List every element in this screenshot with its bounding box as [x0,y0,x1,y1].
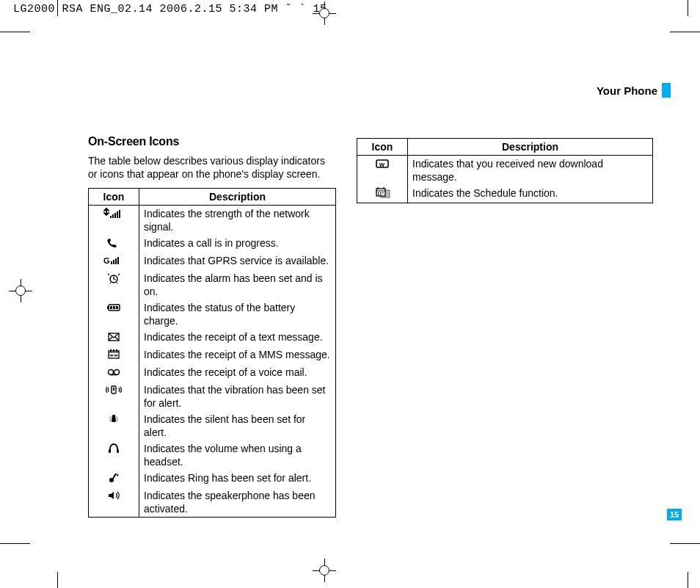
crop-mark [670,543,700,544]
svg-rect-18 [110,349,112,352]
svg-rect-32 [378,192,379,194]
svg-rect-25 [109,449,111,453]
th-description: Description [139,189,336,206]
table-row: Indicates the receipt of a MMS message. [89,346,336,364]
th-description: Description [408,139,653,156]
alarm-icon [102,272,125,284]
desc: Indicates the strength of the network si… [139,206,336,236]
text-message-icon [102,331,125,343]
registration-mark [9,279,32,302]
svg-rect-9 [117,257,119,264]
svg-rect-3 [117,211,118,218]
schedule-icon [371,187,394,199]
svg-rect-6 [111,261,112,264]
svg-rect-7 [113,260,114,264]
desc: Indicates the receipt of a MMS message. [139,346,336,364]
table-row: Indicates the volume when using a headse… [89,440,336,470]
intro-text: The table below describes various displa… [88,154,336,181]
desc: Indicates Ring has been set for alert. [139,470,336,487]
icons-table-left: Icon Description Indicates the strength … [88,188,336,518]
th-icon: Icon [89,189,139,206]
svg-text:w: w [379,161,385,168]
section-title: Your Phone [597,84,657,97]
svg-text:G: G [103,256,110,265]
table-row: G Indicates that GPRS service is availab… [89,253,336,270]
th-icon: Icon [357,139,408,156]
desc: Indicates the silent has been set for al… [139,411,336,440]
svg-rect-14 [113,306,115,309]
table-row: Indicates a call is in progress. [89,235,336,253]
svg-rect-8 [115,258,117,264]
crop-mark [57,0,58,16]
speakerphone-icon [102,490,125,501]
mms-message-icon [102,349,125,360]
headset-icon [102,443,125,454]
svg-rect-13 [110,306,112,309]
section-header: Your Phone [597,83,671,98]
table-row: Indicates the silent has been set for al… [89,411,336,440]
registration-mark [313,559,336,582]
table-row: Indicates the alarm has been set and is … [89,270,336,300]
section-marker [662,83,671,98]
table-row: Indicates the status of the battery char… [89,300,336,329]
svg-rect-1 [112,214,114,218]
table-row: Indicates that the vibration has been se… [89,382,336,411]
table-row: w Indicates that you received new downlo… [357,156,653,186]
svg-rect-2 [114,213,116,218]
svg-rect-4 [119,210,120,218]
svg-rect-34 [382,192,384,194]
ring-icon [102,472,125,484]
desc: Indicates the status of the battery char… [139,300,336,329]
table-row: Indicates Ring has been set for alert. [89,470,336,487]
svg-rect-24 [113,388,114,391]
download-message-icon: w [371,158,394,170]
desc: Indicates the volume when using a headse… [139,440,336,470]
gprs-icon: G [102,255,125,266]
print-header: LG2000 RSA ENG_02.14 2006.2.15 5:34 PM ˘… [13,3,327,15]
svg-rect-36 [380,195,382,196]
desc: Indicates a call is in progress. [139,235,336,253]
page-number: 15 [667,509,682,520]
desc: Indicates the speakerphone has been acti… [139,487,336,518]
desc: Indicates the alarm has been set and is … [139,270,336,300]
desc: Indicates the Schedule function. [408,185,653,203]
svg-rect-35 [378,195,379,196]
left-column: On-Screen Icons The table below describe… [88,135,336,518]
desc: Indicates that GPRS service is available… [139,253,336,270]
battery-icon [102,302,125,313]
svg-rect-12 [107,306,109,309]
crop-mark [0,543,30,544]
icons-table-right: Icon Description w Indicates that you re… [357,138,653,203]
table-row: Indicates the Schedule function. [357,185,653,203]
registration-mark [313,1,336,25]
desc: Indicates the receipt of a voice mail. [139,364,336,382]
call-in-progress-icon [102,237,125,249]
silent-icon [102,413,125,425]
svg-rect-26 [117,449,119,453]
crop-mark [688,0,688,16]
svg-rect-19 [113,349,114,352]
svg-point-22 [114,370,120,375]
svg-rect-33 [380,192,382,194]
voicemail-icon [102,366,125,378]
desc: Indicates the receipt of a text message. [139,329,336,346]
table-row: Indicates the receipt of a voice mail. [89,364,336,382]
svg-rect-15 [116,306,118,309]
table-row: Indicates the receipt of a text message. [89,329,336,346]
crop-mark [0,32,30,32]
crop-mark [688,572,688,588]
table-row: Indicates the speakerphone has been acti… [89,487,336,518]
table-row: Indicates the strength of the network si… [89,206,336,236]
heading-on-screen-icons: On-Screen Icons [88,135,336,148]
right-column: Icon Description w Indicates that you re… [357,138,653,203]
svg-rect-20 [116,349,117,352]
crop-mark [57,572,58,588]
svg-rect-0 [110,216,112,218]
desc: Indicates that you received new download… [408,156,653,186]
desc: Indicates that the vibration has been se… [139,382,336,411]
vibrate-icon [102,384,125,396]
svg-point-21 [109,370,114,375]
signal-strength-icon [102,208,125,219]
crop-mark [670,32,700,32]
